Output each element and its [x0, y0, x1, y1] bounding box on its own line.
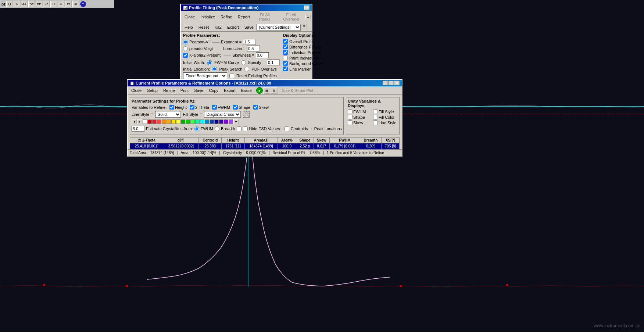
- pf-overall-check[interactable]: [283, 39, 288, 44]
- toolbar-btn-k0[interactable]: K0: [43, 1, 50, 7]
- cp-export-menu[interactable]: Export: [221, 87, 238, 94]
- color-swatch-blue2[interactable]: [210, 119, 214, 124]
- cp-cryst-check2[interactable]: [243, 126, 248, 131]
- color-swatch-violet[interactable]: [229, 119, 233, 124]
- color-swatch-red1[interactable]: [147, 119, 152, 124]
- cp-color-more[interactable]: ▼: [233, 119, 239, 124]
- cp-nav-prev[interactable]: ◄: [132, 119, 137, 124]
- pf-settings-dropdown[interactable]: [Current Settings]: [257, 24, 301, 31]
- pf-refine-menu[interactable]: Refine: [218, 12, 235, 22]
- pf-diff-check[interactable]: [283, 44, 288, 49]
- color-swatch-amber[interactable]: [167, 119, 171, 124]
- pf-pearson-radio[interactable]: [183, 40, 188, 44]
- color-swatch-orange[interactable]: [162, 119, 166, 124]
- color-swatch-red3[interactable]: [157, 119, 161, 124]
- pf-specify-input[interactable]: [267, 60, 280, 65]
- color-swatch-red2[interactable]: [152, 119, 157, 124]
- toolbar-btn-zoom[interactable]: Q: [6, 1, 13, 7]
- cp-green-btn[interactable]: ●: [256, 87, 263, 94]
- cp-shape-check[interactable]: [233, 105, 238, 110]
- cp-minimize-btn[interactable]: ─: [383, 81, 388, 85]
- color-swatch-green2[interactable]: [186, 119, 190, 124]
- color-swatch-cyan[interactable]: [200, 119, 204, 124]
- pf-kalpha-check[interactable]: [183, 53, 188, 58]
- toolbar-btn-a2[interactable]: A: [58, 1, 64, 7]
- cp-bar-btn[interactable]: ▦: [264, 87, 270, 94]
- cp-fwhm-check[interactable]: [212, 105, 217, 110]
- color-swatch-teal[interactable]: [195, 119, 200, 124]
- toolbar-btn-a1[interactable]: A: [14, 1, 20, 7]
- cp-ls-dropdown[interactable]: Solid: [155, 111, 181, 118]
- cp-fs-dropdown[interactable]: Diagonal Cross: [204, 111, 241, 118]
- cp-unity-linestyle-check[interactable]: [373, 120, 378, 125]
- toolbar-btn-de2[interactable]: DE: [36, 1, 42, 7]
- toolbar-btn-aa[interactable]: AA: [21, 1, 28, 7]
- cp-setup-menu[interactable]: Setup: [144, 87, 160, 94]
- pf-indiv-check[interactable]: [283, 50, 288, 55]
- color-swatch-green1[interactable]: [181, 119, 185, 124]
- pf-ka2-btn[interactable]: Ka2: [212, 24, 224, 31]
- cp-unity-fillstyle-check[interactable]: [373, 109, 378, 114]
- cp-close-menu[interactable]: Close: [129, 87, 144, 94]
- pf-reset-btn[interactable]: Reset: [196, 24, 212, 31]
- cp-refine-menu[interactable]: Refine: [161, 87, 178, 94]
- cp-cryst-check1[interactable]: [237, 126, 242, 131]
- pf-reset-check[interactable]: [229, 74, 234, 78]
- cp-unity-skew-check[interactable]: [348, 120, 353, 125]
- pf-pdf-radio[interactable]: [244, 67, 249, 71]
- cp-close-btn[interactable]: ✕: [394, 81, 400, 85]
- toolbar-btn-c[interactable]: C: [50, 1, 57, 7]
- cp-maximize-btn[interactable]: □: [389, 81, 394, 85]
- pf-close-btn[interactable]: ✕: [304, 6, 310, 10]
- cp-unity-shape-check[interactable]: [348, 115, 353, 119]
- color-swatch-navy[interactable]: [214, 119, 219, 124]
- toolbar-btn-de[interactable]: DE: [28, 1, 35, 7]
- cp-skew-check[interactable]: [253, 105, 258, 110]
- cp-erase-menu[interactable]: Erase: [239, 87, 254, 94]
- cp-size-strain-btn[interactable]: Size & Strain Plot...: [279, 87, 319, 94]
- cp-centroids-check[interactable]: [285, 126, 289, 131]
- pf-help-btn[interactable]: Help: [182, 24, 196, 31]
- pf-fitoverlays-menu[interactable]: Fit All Overlays: [277, 12, 305, 22]
- pf-export-btn[interactable]: Export: [225, 24, 242, 31]
- pf-exponent-input[interactable]: [243, 39, 256, 45]
- pf-linemarker-check[interactable]: [283, 67, 288, 71]
- color-swatch-purple2[interactable]: [224, 119, 228, 124]
- pf-fwhm-radio[interactable]: [207, 60, 212, 65]
- cp-copy-menu[interactable]: Copy: [206, 87, 221, 94]
- cp-grid-btn[interactable]: ⊞: [271, 87, 278, 94]
- toolbar-btn-grid[interactable]: ⊞: [72, 1, 79, 7]
- pf-bgcurve-check[interactable]: [283, 61, 288, 66]
- table-row[interactable]: 25.418 [0.001] 3.5012 [0.0002] 25.383 17…: [130, 143, 400, 149]
- cp-unity-fwhm-check[interactable]: [348, 109, 353, 114]
- color-swatch-blue1[interactable]: [205, 119, 209, 124]
- toolbar-btn-help[interactable]: ?: [80, 1, 86, 7]
- color-swatch-purple1[interactable]: [219, 119, 223, 124]
- cp-2theta-check[interactable]: [190, 105, 194, 110]
- pf-skewness-input[interactable]: [256, 52, 269, 58]
- cp-print-menu[interactable]: Print: [178, 87, 192, 94]
- cp-unity-fillcolor-check[interactable]: [373, 115, 378, 119]
- color-swatch-ltgreen[interactable]: [190, 119, 195, 124]
- color-swatch-white[interactable]: [143, 119, 147, 124]
- color-swatch-ltyelow[interactable]: [176, 119, 180, 124]
- color-swatch-yellow[interactable]: [171, 119, 176, 124]
- pf-lorentzian-input[interactable]: [247, 46, 260, 51]
- pf-pseudo-radio[interactable]: [183, 46, 188, 51]
- toolbar-btn-at[interactable]: AT: [65, 1, 72, 7]
- cp-cryst-fwhm-radio[interactable]: [194, 126, 199, 131]
- cp-save-menu[interactable]: Save: [192, 87, 206, 94]
- cp-cryst-breadth-radio[interactable]: [215, 126, 219, 131]
- pf-initialize-menu[interactable]: Initialize: [198, 12, 218, 22]
- pf-paint-check[interactable]: [283, 56, 288, 60]
- pf-close-menu[interactable]: Close: [182, 12, 197, 22]
- pf-bg-dropdown[interactable]: Fixed Background: [183, 72, 227, 79]
- cp-crystallite-input[interactable]: [132, 126, 144, 132]
- pf-fitall-menu[interactable]: Fit All Peaks: [253, 12, 277, 22]
- cp-height-check[interactable]: [169, 105, 174, 110]
- pf-settings-close[interactable]: ✕: [302, 24, 307, 28]
- pf-peaksearch-radio[interactable]: [212, 67, 217, 71]
- pf-scroll-up[interactable]: ▲: [305, 15, 311, 19]
- cp-nav-next[interactable]: ►: [137, 119, 142, 124]
- pf-save-btn[interactable]: Save: [242, 24, 256, 31]
